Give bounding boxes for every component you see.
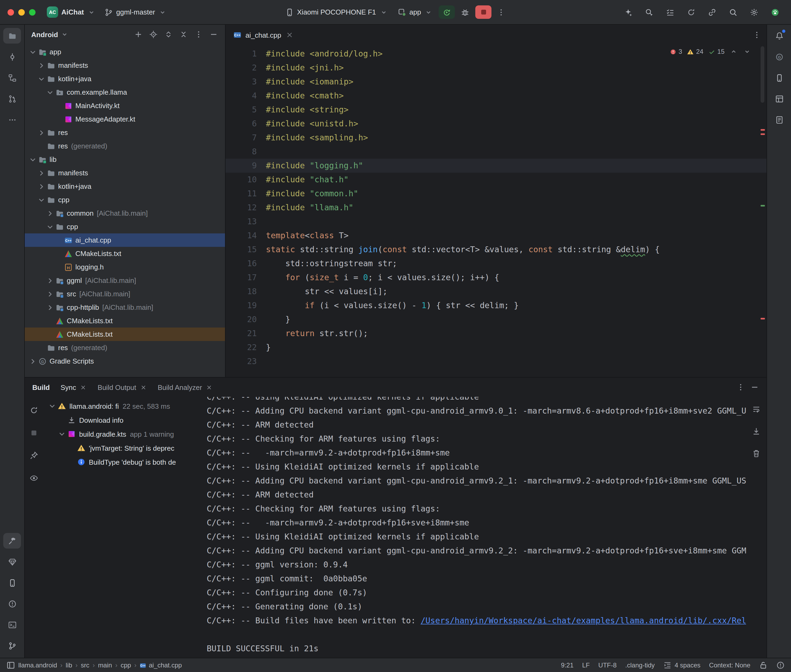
file-encoding[interactable]: UTF-8: [598, 661, 616, 669]
line-number[interactable]: 7: [226, 131, 266, 145]
chevron-down-icon[interactable]: [45, 88, 55, 96]
build-tree-item--jvmtarget-string-is-deprec[interactable]: 'jvmTarget: String' is deprec: [43, 441, 205, 455]
dependencies-tool-icon[interactable]: [3, 554, 21, 570]
chevron-right-icon[interactable]: [45, 276, 55, 285]
build-tree-item-download-info[interactable]: Download info: [43, 413, 205, 427]
run-config-selector[interactable]: app: [394, 6, 436, 19]
code-line-18[interactable]: 18 str << values[i];: [226, 285, 767, 299]
project-selector[interactable]: AC AiChat: [43, 4, 99, 20]
build-console[interactable]: C/C++: -- Using KleidiAI optimized kerne…: [205, 397, 746, 658]
line-number[interactable]: 18: [226, 285, 266, 299]
run-button[interactable]: [439, 5, 455, 19]
code-line-12[interactable]: 12#include "llama.h": [226, 201, 767, 214]
project-tree-item-cpp[interactable]: cpp: [25, 193, 225, 206]
locate-file-icon[interactable]: [146, 28, 160, 41]
running-devices-tool-icon[interactable]: [770, 112, 788, 128]
close-tab-icon[interactable]: [285, 30, 294, 39]
project-tree-item-mainactivity-kt[interactable]: MainActivity.kt: [25, 99, 225, 112]
code-line-15[interactable]: 15static std::string join(const std::vec…: [226, 243, 767, 256]
project-tree-item-cmakelists-txt[interactable]: CMakeLists.txt: [25, 247, 225, 260]
project-tree-item-cmakelists-txt[interactable]: CMakeLists.txt: [25, 328, 225, 341]
project-tree-item-manifests[interactable]: manifests: [25, 166, 225, 180]
profile-icon[interactable]: [766, 4, 784, 20]
project-tree-item-gradle-scripts[interactable]: GGradle Scripts: [25, 354, 225, 368]
problems-tool-icon[interactable]: [3, 596, 21, 611]
inspect-code-icon[interactable]: [640, 4, 658, 20]
chevron-right-icon[interactable]: [28, 357, 37, 365]
build-tree-item-llama-android-fi[interactable]: llama.android: fi22 sec, 583 ms: [43, 399, 205, 413]
build-tree-item-build-gradle-kts[interactable]: build.gradle.ktsapp 1 warning: [43, 427, 205, 441]
project-tree-item-app[interactable]: app: [25, 45, 225, 59]
task-list-icon[interactable]: [661, 4, 679, 20]
chevron-right-icon[interactable]: [37, 128, 46, 137]
cursor-position[interactable]: 9:21: [561, 661, 574, 669]
notifications-icon[interactable]: [770, 28, 788, 43]
chevron-down-icon[interactable]: [45, 222, 55, 231]
scroll-to-end-icon[interactable]: [748, 423, 765, 439]
code-area[interactable]: 1#include <android/log.h>2#include <jni.…: [226, 45, 767, 377]
more-run-actions-icon[interactable]: [494, 5, 509, 19]
lock-icon[interactable]: [759, 661, 768, 670]
line-number[interactable]: 13: [226, 214, 266, 229]
pin-tab-icon[interactable]: [25, 448, 43, 463]
project-tree-item-cmakelists-txt[interactable]: CMakeLists.txt: [25, 314, 225, 328]
line-number[interactable]: 5: [226, 103, 266, 117]
project-tree-item-ggml[interactable]: ggml[AiChat.lib.main]: [25, 274, 225, 287]
build-tab-sync[interactable]: Sync: [61, 383, 87, 391]
code-line-21[interactable]: 21 return str.str();: [226, 326, 767, 341]
hide-panel-icon[interactable]: [207, 28, 221, 41]
line-number[interactable]: 15: [226, 243, 266, 256]
hide-build-panel-icon[interactable]: [750, 383, 759, 392]
build-tab-build-analyzer[interactable]: Build Analyzer: [158, 383, 213, 391]
project-tree-item-kotlin-java[interactable]: kotlin+java: [25, 180, 225, 193]
rerun-sync-icon[interactable]: [25, 402, 43, 418]
build-tool-icon[interactable]: [3, 533, 21, 549]
debug-button[interactable]: [457, 5, 473, 19]
line-number[interactable]: 20: [226, 312, 266, 326]
breadcrumb-item[interactable]: main: [98, 661, 112, 669]
chevron-right-icon[interactable]: [37, 182, 46, 190]
line-number[interactable]: 8: [226, 145, 266, 158]
code-line-4[interactable]: 4#include <cmath>: [226, 89, 767, 103]
project-tool-icon[interactable]: [3, 28, 21, 43]
chevron-right-icon[interactable]: [45, 290, 55, 298]
tool-window-widget-icon[interactable]: [6, 661, 15, 670]
line-number[interactable]: 3: [226, 75, 266, 89]
code-line-19[interactable]: 19 if (i < values.size() - 1) { str << d…: [226, 299, 767, 312]
code-line-8[interactable]: 8: [226, 145, 767, 158]
commit-tool-icon[interactable]: [3, 49, 21, 64]
layout-inspector-tool-icon[interactable]: [770, 91, 788, 107]
line-number[interactable]: 21: [226, 326, 266, 341]
project-tree-item-res[interactable]: res(generated): [25, 139, 225, 153]
zoom-window-button[interactable]: [29, 9, 35, 15]
project-tree-item-messageadapter-kt[interactable]: MessageAdapter.kt: [25, 112, 225, 126]
code-line-17[interactable]: 17 for (size_t i = 0; i < values.size();…: [226, 270, 767, 285]
chevron-right-icon[interactable]: [45, 303, 55, 312]
file-path-link[interactable]: /Users/hanyin/Workspace/ai-chat/examples…: [421, 616, 746, 626]
line-ending[interactable]: LF: [582, 661, 590, 669]
project-tree-item-res[interactable]: res: [25, 126, 225, 139]
search-everywhere-icon[interactable]: [724, 4, 742, 20]
terminal-tool-icon[interactable]: [3, 617, 21, 632]
notifications-icon[interactable]: [776, 661, 785, 670]
next-problem-icon[interactable]: [743, 47, 751, 56]
project-tree-item-manifests[interactable]: manifests: [25, 59, 225, 72]
code-line-11[interactable]: 11#include "common.h": [226, 187, 767, 201]
error-stripe[interactable]: [759, 45, 767, 377]
project-view-mode-selector[interactable]: Android: [31, 30, 69, 39]
stop-sync-icon[interactable]: [25, 425, 43, 440]
branch-selector[interactable]: ggml-master: [101, 6, 171, 19]
minimize-window-button[interactable]: [18, 9, 25, 15]
line-number[interactable]: 22: [226, 341, 266, 354]
structure-tool-icon[interactable]: [3, 70, 21, 85]
stop-button[interactable]: [476, 5, 492, 19]
code-line-3[interactable]: 3#include <iomanip>: [226, 75, 767, 89]
soft-wrap-icon[interactable]: [748, 401, 765, 417]
stripe-mark[interactable]: [761, 133, 765, 135]
chevron-down-icon[interactable]: [28, 155, 37, 164]
stripe-mark[interactable]: [761, 205, 765, 206]
close-tab-icon[interactable]: [80, 384, 87, 391]
line-number[interactable]: 17: [226, 270, 266, 285]
code-line-5[interactable]: 5#include <string>: [226, 103, 767, 117]
settings-icon[interactable]: [745, 4, 763, 20]
